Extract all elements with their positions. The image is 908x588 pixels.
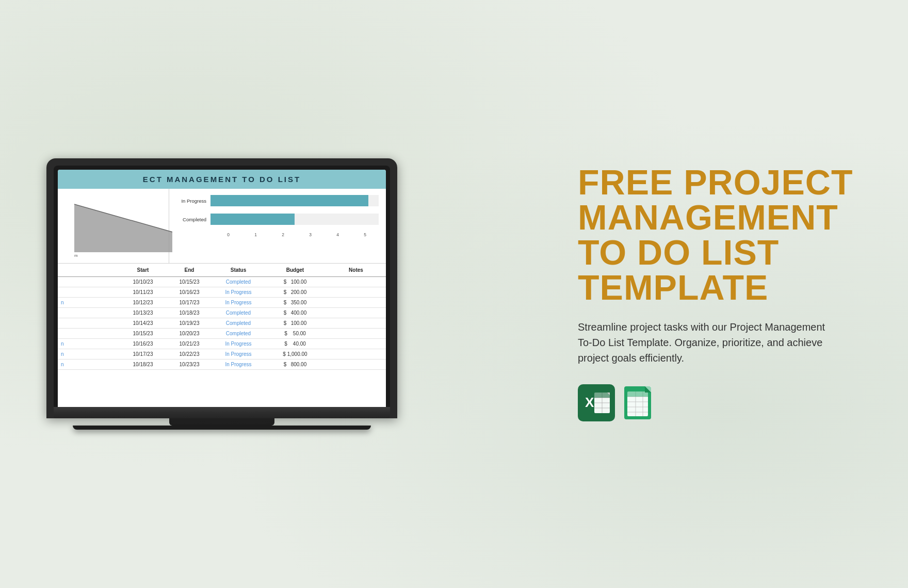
td-budget: $ 800.00	[264, 360, 326, 369]
main-title: FREE PROJECT MANAGEMENT TO DO LIST TEMPL…	[578, 165, 867, 305]
axis-tick-2: 2	[269, 232, 297, 237]
td-notes	[326, 318, 386, 328]
laptop-screen: ECT MANAGEMENT TO DO LIST m	[58, 170, 386, 407]
laptop-section: ECT MANAGEMENT TO DO LIST m	[41, 158, 402, 430]
axis-tick-5: 5	[351, 232, 379, 237]
td-task	[58, 277, 120, 287]
td-status: Completed	[213, 329, 264, 338]
td-start: 10/18/23	[120, 360, 166, 369]
td-status: In Progress	[213, 287, 264, 297]
td-end: 10/16/23	[166, 287, 213, 297]
subtitle-text: Streamline project tasks with our Projec…	[578, 319, 825, 366]
th-notes: Notes	[326, 266, 386, 274]
svg-rect-7	[594, 393, 610, 398]
td-end: 10/18/23	[166, 308, 213, 318]
td-budget: $ 400.00	[264, 308, 326, 318]
table-area: Start End Status Budget Notes 10/10/23 1…	[58, 264, 386, 370]
laptop-foot	[73, 426, 371, 430]
th-status: Status	[213, 266, 264, 274]
td-notes	[326, 349, 386, 359]
laptop: ECT MANAGEMENT TO DO LIST m	[46, 158, 397, 430]
table-row: 10/15/23 10/20/23 Completed $ 50.00	[58, 329, 386, 339]
td-budget: $ 100.00	[264, 277, 326, 287]
td-status: In Progress	[213, 339, 264, 349]
td-notes	[326, 360, 386, 369]
td-budget: $ 40.00	[264, 339, 326, 349]
td-start: 10/11/23	[120, 287, 166, 297]
td-task: n	[58, 298, 120, 307]
bar-track-completed	[210, 214, 379, 225]
td-start: 10/17/23	[120, 349, 166, 359]
title-line2: MANAGEMENT	[578, 200, 867, 235]
table-row: n 10/12/23 10/17/23 In Progress $ 350.00	[58, 298, 386, 308]
bar-row-inprogress: In Progress	[174, 195, 379, 206]
table-row: 10/10/23 10/15/23 Completed $ 100.00	[58, 277, 386, 287]
laptop-bezel: ECT MANAGEMENT TO DO LIST m	[54, 166, 390, 407]
title-line3: TO DO LIST	[578, 235, 867, 270]
td-end: 10/23/23	[166, 360, 213, 369]
text-section: FREE PROJECT MANAGEMENT TO DO LIST TEMPL…	[547, 165, 867, 423]
th-start: Start	[120, 266, 166, 274]
title-line1: FREE PROJECT	[578, 165, 867, 200]
laptop-body: ECT MANAGEMENT TO DO LIST m	[46, 158, 397, 418]
td-start: 10/16/23	[120, 339, 166, 349]
td-start: 10/12/23	[120, 298, 166, 307]
laptop-stand	[169, 418, 274, 426]
bar-track-inprogress	[210, 195, 379, 206]
table-row: 10/11/23 10/16/23 In Progress $ 200.00	[58, 287, 386, 298]
td-budget: $ 350.00	[264, 298, 326, 307]
progress-chart-area: m	[58, 189, 169, 263]
table-row: n 10/16/23 10/21/23 In Progress $ 40.00	[58, 339, 386, 349]
th-end: End	[166, 266, 213, 274]
bar-label-completed: Completed	[174, 217, 210, 222]
td-task	[58, 329, 120, 338]
laptop-base	[54, 407, 390, 418]
td-status: In Progress	[213, 298, 264, 307]
td-notes	[326, 298, 386, 307]
axis-tick-3: 3	[297, 232, 324, 237]
th-budget: Budget	[264, 266, 326, 274]
td-end: 10/19/23	[166, 318, 213, 328]
table-header: Start End Status Budget Notes	[58, 264, 386, 277]
td-start: 10/14/23	[120, 318, 166, 328]
axis-tick-0: 0	[215, 232, 242, 237]
sheets-icon-wrapper	[623, 384, 656, 423]
table-row: 10/13/23 10/18/23 Completed $ 400.00	[58, 308, 386, 318]
bar-chart-area: In Progress Completed	[169, 189, 386, 263]
td-end: 10/15/23	[166, 277, 213, 287]
app-icons-row: X	[578, 384, 867, 423]
table-row: 10/14/23 10/19/23 Completed $ 100.00	[58, 318, 386, 329]
td-status: Completed	[213, 277, 264, 287]
bar-row-completed: Completed	[174, 214, 379, 225]
chart-area: m In Progress	[58, 189, 386, 264]
td-notes	[326, 329, 386, 338]
td-budget: $ 200.00	[264, 287, 326, 297]
excel-icon-wrapper: X	[578, 384, 615, 423]
area-chart-svg	[74, 202, 172, 252]
td-budget: $ 100.00	[264, 318, 326, 328]
td-status: Completed	[213, 318, 264, 328]
td-end: 10/20/23	[166, 329, 213, 338]
td-end: 10/22/23	[166, 349, 213, 359]
td-budget: $ 50.00	[264, 329, 326, 338]
td-status: In Progress	[213, 349, 264, 359]
axis-tick-4: 4	[324, 232, 351, 237]
axis-tick-1: 1	[242, 232, 269, 237]
excel-icon: X	[578, 384, 615, 421]
td-start: 10/13/23	[120, 308, 166, 318]
td-end: 10/21/23	[166, 339, 213, 349]
td-budget: $ 1,000.00	[264, 349, 326, 359]
bar-fill-inprogress	[210, 195, 368, 206]
chart-x-label: m	[74, 253, 163, 258]
bar-axis: 0 1 2 3 4 5	[174, 232, 379, 237]
td-notes	[326, 277, 386, 287]
td-status: In Progress	[213, 360, 264, 369]
table-row: n 10/17/23 10/22/23 In Progress $ 1,000.…	[58, 349, 386, 360]
td-task	[58, 318, 120, 328]
spreadsheet-content: ECT MANAGEMENT TO DO LIST m	[58, 170, 386, 407]
th-task	[58, 266, 120, 274]
sheet-title: ECT MANAGEMENT TO DO LIST	[58, 170, 386, 189]
td-notes	[326, 287, 386, 297]
bar-fill-completed	[210, 214, 295, 225]
td-task: n	[58, 339, 120, 349]
